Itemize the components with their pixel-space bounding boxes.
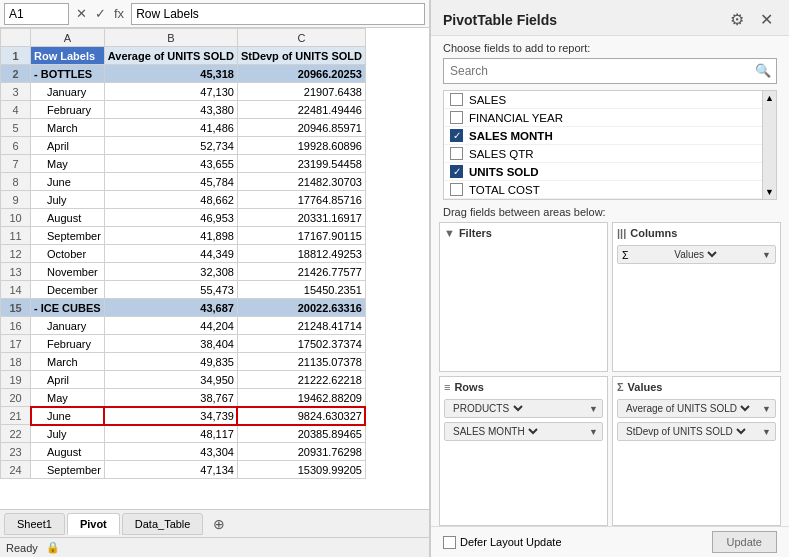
data-cell-a[interactable]: April <box>31 371 105 389</box>
rows-products-select[interactable]: PRODUCTS <box>449 402 526 415</box>
data-cell-a[interactable]: January <box>31 83 105 101</box>
data-cell-b[interactable]: 45,784 <box>104 173 237 191</box>
data-cell-b[interactable]: 43,655 <box>104 155 237 173</box>
data-cell-a[interactable]: May <box>31 389 105 407</box>
data-cell-b[interactable]: 41,898 <box>104 227 237 245</box>
table-row[interactable]: 3January47,13021907.6438 <box>1 83 366 101</box>
pivot-search-input[interactable] <box>443 58 777 84</box>
data-cell-a[interactable]: April <box>31 137 105 155</box>
values-chip-stddev-units[interactable]: StDevp of UNITS SOLD ▼ <box>617 422 776 441</box>
data-cell-b[interactable]: 34,739 <box>104 407 237 425</box>
table-row[interactable]: 10August46,95320331.16917 <box>1 209 366 227</box>
data-cell-c[interactable]: 23199.54458 <box>237 155 365 173</box>
data-cell-a[interactable]: October <box>31 245 105 263</box>
data-cell-b[interactable]: 32,308 <box>104 263 237 281</box>
data-cell-c[interactable]: 20385.89465 <box>237 425 365 443</box>
data-cell-c[interactable]: 21248.41714 <box>237 317 365 335</box>
field-item[interactable]: SALES <box>444 91 762 109</box>
formula-input[interactable]: Row Labels <box>131 3 425 25</box>
data-cell-b[interactable]: 44,204 <box>104 317 237 335</box>
data-cell-c[interactable]: 21482.30703 <box>237 173 365 191</box>
add-sheet-button[interactable]: ⊕ <box>205 512 233 536</box>
table-row[interactable]: 24September47,13415309.99205 <box>1 461 366 479</box>
data-cell-c[interactable]: 19462.88209 <box>237 389 365 407</box>
field-checkbox[interactable]: ✓ <box>450 129 463 142</box>
data-cell-c[interactable]: 21135.07378 <box>237 353 365 371</box>
group-cell-a[interactable]: - ICE CUBES <box>31 299 105 317</box>
table-row[interactable]: 13November32,30821426.77577 <box>1 263 366 281</box>
data-cell-c[interactable]: 19928.60896 <box>237 137 365 155</box>
group-cell-b[interactable]: 45,318 <box>104 65 237 83</box>
data-cell-b[interactable]: 43,380 <box>104 101 237 119</box>
data-cell-c[interactable]: 21222.62218 <box>237 371 365 389</box>
data-cell-c[interactable]: 17764.85716 <box>237 191 365 209</box>
table-row[interactable]: 22July48,11720385.89465 <box>1 425 366 443</box>
field-checkbox[interactable]: ✓ <box>450 165 463 178</box>
columns-chip-values[interactable]: Σ Values ▼ <box>617 245 776 264</box>
table-row[interactable]: 18March49,83521135.07378 <box>1 353 366 371</box>
field-item[interactable]: SALES QTR <box>444 145 762 163</box>
group-cell-c[interactable]: 20966.20253 <box>237 65 365 83</box>
data-cell-b[interactable]: 44,349 <box>104 245 237 263</box>
data-cell-b[interactable]: 47,130 <box>104 83 237 101</box>
data-cell-a[interactable]: September <box>31 461 105 479</box>
data-cell-b[interactable]: 47,134 <box>104 461 237 479</box>
table-row[interactable]: 11September41,89817167.90115 <box>1 227 366 245</box>
drag-area-columns[interactable]: ||| Columns Σ Values ▼ <box>612 222 781 372</box>
columns-values-select[interactable]: Values <box>670 248 720 261</box>
group-cell-a[interactable]: - BOTTLES <box>31 65 105 83</box>
data-cell-a[interactable]: May <box>31 155 105 173</box>
field-checkbox[interactable] <box>450 93 463 106</box>
data-cell-c[interactable]: 9824.630327 <box>237 407 365 425</box>
defer-checkbox[interactable] <box>443 536 456 549</box>
header-cell-c[interactable]: StDevp of UNITS SOLD <box>237 47 365 65</box>
table-row[interactable]: 20May38,76719462.88209 <box>1 389 366 407</box>
data-cell-b[interactable]: 41,486 <box>104 119 237 137</box>
table-row[interactable]: 17February38,40417502.37374 <box>1 335 366 353</box>
rows-salesmonth-select[interactable]: SALES MONTH <box>449 425 541 438</box>
data-cell-a[interactable]: June <box>31 407 105 425</box>
table-row[interactable]: 2- BOTTLES45,31820966.20253 <box>1 65 366 83</box>
data-cell-a[interactable]: July <box>31 425 105 443</box>
data-cell-b[interactable]: 55,473 <box>104 281 237 299</box>
data-cell-b[interactable]: 43,304 <box>104 443 237 461</box>
tab-data-table[interactable]: Data_Table <box>122 513 204 535</box>
data-cell-a[interactable]: July <box>31 191 105 209</box>
table-row[interactable]: 9July48,66217764.85716 <box>1 191 366 209</box>
cancel-icon[interactable]: ✕ <box>73 6 90 21</box>
table-row[interactable]: 5March41,48620946.85971 <box>1 119 366 137</box>
table-row[interactable]: 14December55,47315450.2351 <box>1 281 366 299</box>
data-cell-b[interactable]: 48,117 <box>104 425 237 443</box>
data-cell-c[interactable]: 21907.6438 <box>237 83 365 101</box>
data-cell-c[interactable]: 18812.49253 <box>237 245 365 263</box>
table-row[interactable]: 12October44,34918812.49253 <box>1 245 366 263</box>
data-cell-a[interactable]: January <box>31 317 105 335</box>
tab-sheet1[interactable]: Sheet1 <box>4 513 65 535</box>
group-cell-c[interactable]: 20022.63316 <box>237 299 365 317</box>
data-cell-a[interactable]: August <box>31 443 105 461</box>
field-checkbox[interactable] <box>450 183 463 196</box>
data-cell-a[interactable]: February <box>31 335 105 353</box>
fields-scroll-down[interactable]: ▼ <box>765 187 774 197</box>
rows-chip-products[interactable]: PRODUCTS ▼ <box>444 399 603 418</box>
fields-scroll-up[interactable]: ▲ <box>765 93 774 103</box>
pivot-close-icon[interactable]: ✕ <box>756 8 777 31</box>
drag-area-values[interactable]: Σ Values Average of UNITS SOLD ▼ StDevp … <box>612 376 781 526</box>
table-row[interactable]: 16January44,20421248.41714 <box>1 317 366 335</box>
data-cell-c[interactable]: 20331.16917 <box>237 209 365 227</box>
confirm-icon[interactable]: ✓ <box>92 6 109 21</box>
data-cell-a[interactable]: March <box>31 353 105 371</box>
update-button[interactable]: Update <box>712 531 777 553</box>
data-cell-b[interactable]: 48,662 <box>104 191 237 209</box>
cell-ref-input[interactable]: A1 <box>4 3 69 25</box>
defer-layout-label[interactable]: Defer Layout Update <box>443 536 562 549</box>
table-row[interactable]: 6April52,73419928.60896 <box>1 137 366 155</box>
col-header-b[interactable]: B <box>104 29 237 47</box>
data-cell-b[interactable]: 46,953 <box>104 209 237 227</box>
data-cell-a[interactable]: August <box>31 209 105 227</box>
field-item[interactable]: ✓UNITS SOLD <box>444 163 762 181</box>
insert-function-icon[interactable]: fx <box>111 6 127 21</box>
data-cell-c[interactable]: 17167.90115 <box>237 227 365 245</box>
field-checkbox[interactable] <box>450 111 463 124</box>
data-cell-a[interactable]: November <box>31 263 105 281</box>
